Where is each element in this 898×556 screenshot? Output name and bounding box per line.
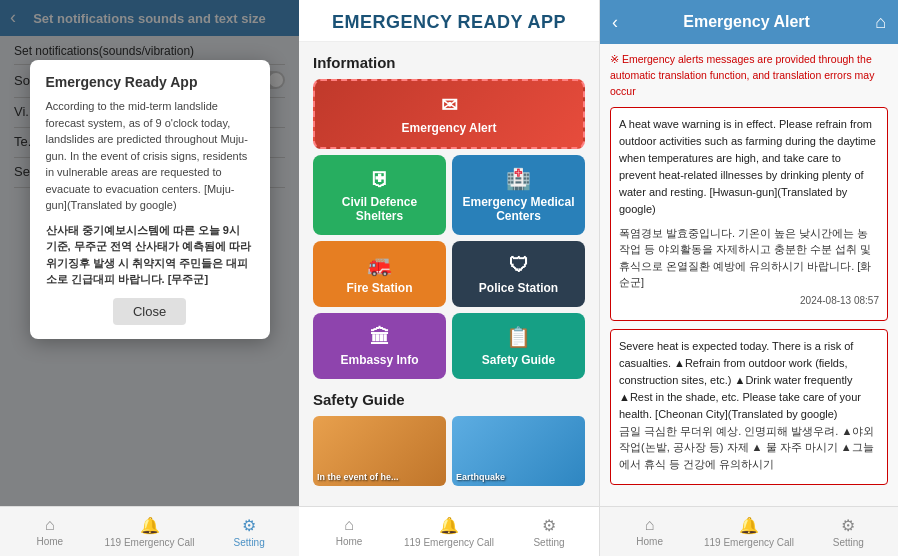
modal-body-korean: 산사태 중기예보시스템에 따른 오늘 9시 기준, 무주군 전역 산사태가 예측… [46, 222, 254, 288]
modal-body-english: According to the mid-term landslide fore… [46, 98, 254, 214]
bell-icon: 🔔 [140, 516, 160, 535]
alert1-english: A heat wave warning is in effect. Please… [619, 116, 879, 218]
disclaimer-text: ※ Emergency alerts messages are provided… [610, 52, 888, 99]
fire-station-card[interactable]: 🚒 Fire Station [313, 241, 446, 307]
panel3-home-button[interactable]: ⌂ [875, 12, 886, 33]
alert-box-1: A heat wave warning is in effect. Please… [610, 107, 888, 320]
information-section-title: Information [313, 54, 585, 71]
panel-emergency-alert: ‹ Emergency Alert ⌂ ※ Emergency alerts m… [599, 0, 898, 556]
safety-guide-card[interactable]: 📋 Safety Guide [452, 313, 585, 379]
p2-nav-setting-label: Setting [533, 537, 564, 548]
alert2-english: Severe heat is expected today. There is … [619, 338, 879, 423]
fire-icon: 🚒 [367, 253, 392, 277]
p3-nav-home-label: Home [636, 536, 663, 547]
gear-icon-p3: ⚙ [841, 516, 855, 535]
medical-icon: 🏥 [506, 167, 531, 191]
safety-section-title: Safety Guide [313, 391, 585, 408]
panel2-header: EMERGENCY READY APP [299, 0, 599, 42]
modal-title: Emergency Ready App [46, 74, 254, 90]
p3-nav-emergency-label: 119 Emergency Call [704, 537, 794, 548]
police-station-card[interactable]: 🛡 Police Station [452, 241, 585, 307]
police-station-label: Police Station [479, 281, 558, 295]
p2-nav-emergency[interactable]: 🔔 119 Emergency Call [399, 516, 499, 548]
p2-nav-home-label: Home [336, 536, 363, 547]
p2-nav-home[interactable]: ⌂ Home [299, 516, 399, 547]
safety-preview-label-2: Earthquake [456, 472, 505, 482]
safety-preview-grid: In the event of he... Earthquake [313, 416, 585, 486]
safety-preview-label-1: In the event of he... [317, 472, 399, 482]
envelope-icon: ✉ [441, 93, 458, 117]
alert1-timestamp: 2024-08-13 08:57 [619, 295, 879, 306]
alert-box-2: Severe heat is expected today. There is … [610, 329, 888, 486]
panel-emergency-ready: EMERGENCY READY APP Information ✉ Emerge… [299, 0, 599, 556]
emergency-alert-card[interactable]: ✉ Emergency Alert [313, 79, 585, 149]
gear-icon-p2: ⚙ [542, 516, 556, 535]
p2-nav-emergency-label: 119 Emergency Call [404, 537, 494, 548]
panel3-header: ‹ Emergency Alert ⌂ [600, 0, 898, 44]
panel1-bottom-nav: ⌂ Home 🔔 119 Emergency Call ⚙ Setting [0, 506, 299, 556]
home-icon: ⌂ [45, 516, 55, 534]
nav-emergency-label: 119 Emergency Call [104, 537, 194, 548]
panel-settings: ‹ Set notifications sounds and text size… [0, 0, 299, 556]
nav-setting-label: Setting [234, 537, 265, 548]
embassy-info-label: Embassy Info [340, 353, 418, 367]
bell-icon-p3: 🔔 [739, 516, 759, 535]
panel2-body: Information ✉ Emergency Alert ⛨ Civil De… [299, 42, 599, 506]
medical-centers-card[interactable]: 🏥 Emergency Medical Centers [452, 155, 585, 235]
alert1-korean: 폭염경보 발효중입니다. 기온이 높은 낮시간에는 농작업 등 야외활동을 자제… [619, 225, 879, 291]
nav-emergency-call[interactable]: 🔔 119 Emergency Call [100, 516, 200, 548]
panel2-bottom-nav: ⌂ Home 🔔 119 Emergency Call ⚙ Setting [299, 506, 599, 556]
safety-guide-label: Safety Guide [482, 353, 555, 367]
civil-defence-label: Civil Defence Shelters [321, 195, 438, 223]
modal-close-button[interactable]: Close [113, 298, 186, 325]
p3-nav-home[interactable]: ⌂ Home [600, 516, 699, 547]
emergency-modal: Emergency Ready App According to the mid… [30, 60, 270, 339]
panel3-bottom-nav: ⌂ Home 🔔 119 Emergency Call ⚙ Setting [600, 506, 898, 556]
medical-centers-label: Emergency Medical Centers [460, 195, 577, 223]
information-grid: ✉ Emergency Alert ⛨ Civil Defence Shelte… [313, 79, 585, 379]
safety-preview-card-1[interactable]: In the event of he... [313, 416, 446, 486]
home-icon-p3: ⌂ [645, 516, 655, 534]
modal-overlay: Emergency Ready App According to the mid… [0, 0, 299, 506]
home-icon-p2: ⌂ [344, 516, 354, 534]
fire-station-label: Fire Station [346, 281, 412, 295]
p2-nav-setting[interactable]: ⚙ Setting [499, 516, 599, 548]
p3-nav-emergency[interactable]: 🔔 119 Emergency Call [699, 516, 798, 548]
gear-icon: ⚙ [242, 516, 256, 535]
p3-nav-setting-label: Setting [833, 537, 864, 548]
safety-icon: 📋 [506, 325, 531, 349]
police-icon: 🛡 [509, 254, 529, 277]
p3-nav-setting[interactable]: ⚙ Setting [799, 516, 898, 548]
nav-home[interactable]: ⌂ Home [0, 516, 100, 547]
embassy-icon: 🏛 [370, 326, 390, 349]
nav-setting[interactable]: ⚙ Setting [199, 516, 299, 548]
safety-preview-card-2[interactable]: Earthquake [452, 416, 585, 486]
alert2-korean: 금일 극심한 무더위 예상. 인명피해 발생우려. ▲야외작업(논밭, 공사장 … [619, 423, 879, 473]
nav-home-label: Home [36, 536, 63, 547]
app-title: EMERGENCY READY APP [313, 12, 585, 33]
shelter-icon: ⛨ [370, 168, 390, 191]
emergency-alert-label: Emergency Alert [402, 121, 497, 135]
embassy-info-card[interactable]: 🏛 Embassy Info [313, 313, 446, 379]
civil-defence-card[interactable]: ⛨ Civil Defence Shelters [313, 155, 446, 235]
panel3-body: ※ Emergency alerts messages are provided… [600, 44, 898, 506]
panel3-title: Emergency Alert [618, 13, 875, 31]
bell-icon-p2: 🔔 [439, 516, 459, 535]
